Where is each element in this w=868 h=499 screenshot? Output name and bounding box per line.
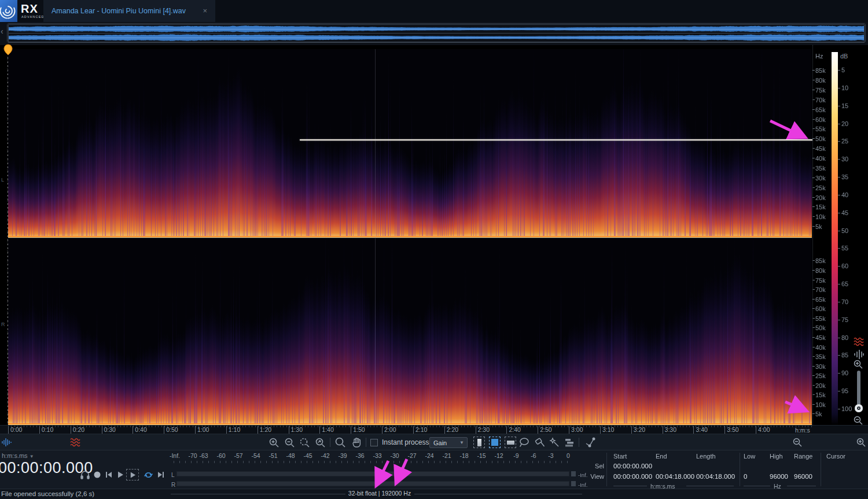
- waveform-view-icon[interactable]: [1, 437, 13, 448]
- db-tick-label: 20: [841, 120, 848, 127]
- spectrogram-settings-icon[interactable]: [853, 336, 865, 348]
- db-tick-label: 90: [841, 369, 848, 376]
- toolbar-separator: [330, 438, 330, 447]
- freq-tick-label: 55k: [815, 315, 826, 322]
- zoom-in-time-icon[interactable]: [268, 437, 279, 448]
- toolbar-separator: [579, 438, 579, 447]
- freq-tick-label: 40k: [815, 155, 826, 162]
- file-format-info: 32-bit float | 192000 Hz: [346, 490, 413, 497]
- lasso-tool-icon[interactable]: [518, 437, 530, 448]
- time-tick-label: 1:40: [319, 426, 333, 434]
- db-tick-label: 95: [841, 387, 848, 394]
- izotope-logo-icon: [0, 0, 17, 22]
- freq-tick-label: 20k: [815, 194, 826, 201]
- meter-scale-label: -15: [477, 452, 486, 459]
- time-tick-label: 2:20: [444, 426, 458, 434]
- overview-collapse-icon[interactable]: ‹: [1, 27, 3, 36]
- magic-wand-tool-icon[interactable]: [549, 437, 560, 448]
- vertical-zoom-knob[interactable]: [855, 404, 863, 412]
- level-meter-right: [176, 481, 569, 486]
- status-bar: File opened successfully (2,6 s) 32-bit …: [0, 489, 868, 499]
- time-format-label: h:m:s.ms: [2, 452, 28, 459]
- db-tick-label: 30: [841, 156, 848, 162]
- db-tick-label: 60: [841, 263, 848, 269]
- view-start-value[interactable]: 00:00:00.000: [613, 473, 652, 480]
- frequency-axis-unit: Hz: [815, 53, 823, 60]
- node-tool-icon[interactable]: [584, 437, 596, 448]
- column-header-high: High: [770, 453, 783, 460]
- zoom-to-selection-icon[interactable]: [299, 437, 310, 448]
- view-length-value[interactable]: 00:04:18.000: [696, 473, 735, 480]
- db-tick-label: 25: [841, 138, 848, 145]
- db-tick-label: 15: [841, 102, 848, 109]
- freq-tick-label: 50k: [815, 324, 826, 331]
- freq-range-value[interactable]: 96000: [794, 473, 812, 480]
- db-tick-label: 70: [841, 298, 848, 305]
- magnify-tool-icon[interactable]: [334, 437, 346, 448]
- panel-separator: [606, 453, 607, 486]
- time-frequency-selection-tool[interactable]: [489, 437, 501, 448]
- channel-divider: [8, 238, 812, 238]
- time-format-selector[interactable]: h:m:s.ms ▼: [2, 452, 34, 459]
- meter-scale-label: 0: [567, 452, 570, 459]
- zoom-out-time-icon[interactable]: [284, 437, 295, 448]
- go-to-end-button[interactable]: [155, 470, 167, 480]
- meter-scale-label: -30: [390, 452, 399, 459]
- horizontal-zoom-out-icon[interactable]: [792, 437, 803, 448]
- play-selection-button[interactable]: [126, 469, 139, 480]
- tab-close-icon[interactable]: ×: [203, 6, 207, 15]
- spectrogram-view-icon[interactable]: [69, 437, 81, 448]
- zoom-reset-icon[interactable]: [314, 437, 326, 448]
- vertical-zoom-in-icon[interactable]: [853, 359, 865, 371]
- peak-indicator-left[interactable]: [571, 471, 576, 476]
- meter-scale-label: -70: [188, 452, 197, 459]
- hand-tool-icon[interactable]: [351, 437, 362, 448]
- rx-logo-text: RX: [21, 2, 38, 16]
- playhead-marker-pin[interactable]: [3, 44, 13, 56]
- meter-scale-label: -27: [407, 452, 416, 459]
- time-tick-label: 0:00: [8, 426, 22, 434]
- peak-indicator-right[interactable]: [571, 481, 576, 486]
- monitor-headphones-icon[interactable]: [79, 470, 91, 480]
- instant-process-label: Instant process: [382, 438, 429, 446]
- find-similar-icon[interactable]: [564, 437, 575, 448]
- freq-tick-label: 65k: [815, 296, 826, 303]
- time-tick-label: 0:30: [102, 426, 116, 434]
- module-dropdown[interactable]: Gain ▼: [429, 437, 468, 448]
- record-button[interactable]: [91, 470, 103, 480]
- format-divider-line: [414, 494, 582, 494]
- freq-low-value[interactable]: 0: [744, 473, 747, 480]
- time-tick-label: 0:20: [71, 426, 84, 434]
- instant-process-checkbox[interactable]: [370, 439, 378, 446]
- spectrogram-canvas[interactable]: [8, 49, 812, 425]
- freq-high-value[interactable]: 96000: [770, 473, 788, 480]
- overview-waveform-canvas[interactable]: [8, 24, 865, 42]
- freq-tick-label: 80k: [815, 77, 826, 84]
- time-ruler[interactable]: 0:000:100:200:300:400:501:001:101:201:30…: [0, 425, 868, 434]
- unit-divider-line: [787, 486, 816, 486]
- go-to-start-button[interactable]: [103, 470, 115, 480]
- waveform-overview-strip[interactable]: ‹: [0, 22, 868, 45]
- chevron-down-icon: ▼: [459, 440, 464, 445]
- meter-scale-label: -36: [355, 452, 364, 459]
- vertical-zoom-slider[interactable]: [857, 371, 860, 405]
- time-selection-tool[interactable]: [473, 437, 485, 448]
- file-tab[interactable]: Amanda Lear - Uomini Piu Uomini [4].wav …: [43, 0, 215, 22]
- frequency-selection-tool[interactable]: [505, 437, 516, 448]
- horizontal-zoom-in-icon[interactable]: [855, 437, 867, 448]
- brush-tool-icon[interactable]: [534, 437, 546, 448]
- meter-scale-label: -3: [548, 452, 553, 459]
- time-tick-label: 2:50: [538, 426, 551, 434]
- meter-scale-label: -Inf.: [170, 452, 180, 459]
- time-tick-label: 1:30: [289, 426, 303, 434]
- freq-tick-label: 35k: [815, 165, 826, 172]
- view-end-value[interactable]: 00:04:18.000: [656, 473, 694, 480]
- waveform-spectrogram-balance-icon[interactable]: [853, 349, 865, 360]
- sel-start-value[interactable]: 00:00:00.000: [613, 463, 652, 470]
- column-header-cursor: Cursor: [826, 453, 845, 460]
- play-button[interactable]: [115, 470, 126, 480]
- loop-button[interactable]: [142, 470, 154, 480]
- spectrogram-view[interactable]: L R Hz 85k80k75k70k65k60k55k50k45k40k35k…: [0, 45, 868, 425]
- toolbar-separator: [366, 438, 366, 447]
- unit-divider-line: [686, 486, 734, 486]
